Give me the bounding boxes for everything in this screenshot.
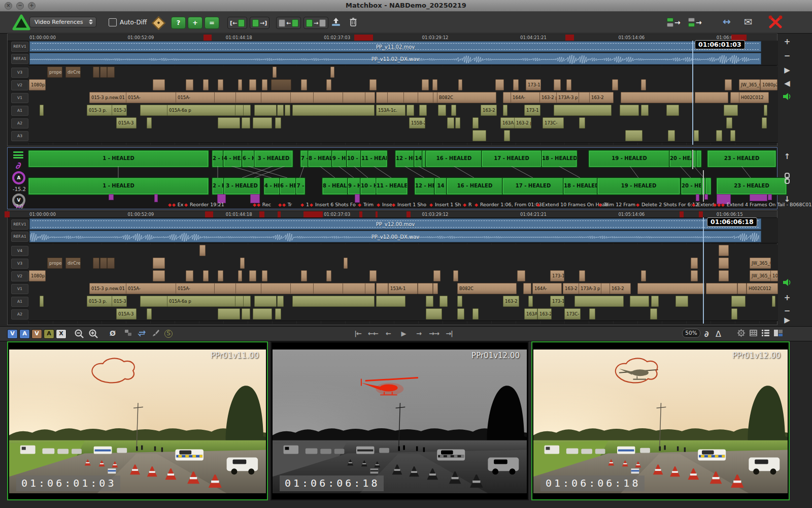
null-button[interactable]: Ø xyxy=(110,329,116,337)
diff-annotation[interactable]: ◆◆◆Extend 4 Frames On Tail - B068C012_ xyxy=(713,202,812,207)
timeline-clip[interactable] xyxy=(261,283,291,294)
timeline-clip[interactable] xyxy=(695,92,728,103)
delta-button[interactable]: Δ xyxy=(716,329,721,339)
diff-ruler-marker[interactable] xyxy=(259,211,264,217)
timeline-clip[interactable] xyxy=(243,296,251,307)
healed-clip-bottom[interactable]: 6 - HE xyxy=(280,178,296,195)
timeline-clip[interactable] xyxy=(641,79,646,90)
timeline-clip[interactable]: 173-1 xyxy=(526,79,541,90)
healed-clip-top[interactable]: 10 - HE xyxy=(347,150,361,167)
tl1-audio-button[interactable] xyxy=(782,92,793,104)
timeline-clip[interactable] xyxy=(472,308,479,320)
timeline-clip[interactable] xyxy=(554,105,612,116)
timeline-clip[interactable] xyxy=(100,67,107,78)
timeline-clip[interactable]: 163-2 p xyxy=(514,117,531,129)
timeline-clip[interactable] xyxy=(620,105,639,116)
timeline-clip[interactable] xyxy=(719,258,729,269)
tl2-audio-button[interactable] xyxy=(782,278,793,290)
timeline-clip[interactable]: 015A- xyxy=(176,92,215,103)
timeline-clip[interactable]: 155B-2 xyxy=(409,117,425,129)
timeline-clip[interactable] xyxy=(726,117,732,129)
timeline-clip[interactable] xyxy=(418,92,434,103)
healed-clip-bottom[interactable]: 16 - HEALED xyxy=(447,178,503,195)
timeline-clip[interactable] xyxy=(186,79,193,90)
gear-icon[interactable] xyxy=(737,329,746,337)
timeline-clip[interactable]: 015-3 p. xyxy=(87,105,113,116)
timeline-clip[interactable] xyxy=(140,296,167,307)
timeline-clip[interactable] xyxy=(243,105,251,116)
timeline-clip[interactable]: dirCred xyxy=(65,258,81,269)
timeline-clip[interactable]: 173A-3 p xyxy=(579,283,601,294)
timeline-clip[interactable] xyxy=(418,283,433,294)
timeline-clip[interactable]: 164A- xyxy=(532,283,562,294)
healed-clip-top[interactable]: 11 - HEALED xyxy=(361,150,387,167)
timeline-clip[interactable]: 015A-6a p xyxy=(167,296,236,307)
monitor-1[interactable]: PPr01v11.0001:06:01:03 xyxy=(7,341,268,500)
diff-annotation[interactable]: ◆1 xyxy=(300,202,309,207)
help-button[interactable]: ? xyxy=(171,17,186,29)
step-back-button[interactable]: ← xyxy=(382,329,395,338)
timeline-clip[interactable] xyxy=(574,296,624,307)
timeline-clip[interactable]: 015-3 p. xyxy=(87,296,113,307)
reference-audio-clip[interactable]: PP_v11.02_DX.wav xyxy=(29,53,761,65)
audio-diff-marker[interactable] xyxy=(768,194,772,200)
timeline-clip[interactable]: 163A- xyxy=(524,308,537,320)
export-bottom-button[interactable]: → xyxy=(686,17,704,28)
timeline-clip[interactable] xyxy=(504,130,510,141)
timeline-clip[interactable] xyxy=(93,67,99,78)
diff-ruler-marker[interactable] xyxy=(5,211,10,217)
diff-annotation[interactable]: ◆R xyxy=(463,202,472,207)
diff-annotation[interactable]: ◆Trim xyxy=(358,202,374,207)
timeline-clip[interactable] xyxy=(601,283,610,294)
diff-down-button[interactable]: ↓ xyxy=(782,194,793,205)
timeline-clip[interactable]: 163-2 xyxy=(481,105,497,116)
timeline-clip[interactable]: 153A-1 xyxy=(388,283,418,294)
diff-ruler-marker[interactable] xyxy=(354,35,373,41)
timeline-clip[interactable] xyxy=(513,79,519,90)
timeline-clip[interactable]: 163-2 p xyxy=(537,308,552,320)
healed-clip-top[interactable]: 20 - HEAL xyxy=(669,150,692,167)
timeline-clip[interactable] xyxy=(691,258,698,269)
timeline-clip[interactable] xyxy=(235,92,262,103)
timeline-clip[interactable] xyxy=(240,258,245,269)
timeline-clip[interactable] xyxy=(737,283,747,294)
playhead[interactable] xyxy=(692,41,693,145)
timeline-clip[interactable] xyxy=(218,79,223,90)
playhead[interactable] xyxy=(703,217,704,324)
timeline-clip[interactable] xyxy=(277,296,284,307)
timeline-clip[interactable]: JW_365_0 xyxy=(750,258,771,269)
diff-annotation[interactable]: ◆◆Tr xyxy=(278,202,292,207)
timeline-clip[interactable]: 015-3 xyxy=(112,105,127,116)
timeline-clip[interactable] xyxy=(140,105,167,116)
tl1-play-button[interactable]: ▶ xyxy=(782,65,793,76)
healed-clip-top[interactable]: 7 - xyxy=(300,150,309,167)
healed-clip-top[interactable]: 6 - HE xyxy=(242,150,254,167)
timeline-clip[interactable] xyxy=(403,92,419,103)
tl2-play-button[interactable]: ▶ xyxy=(782,315,793,326)
healed-clip-top[interactable]: 3 - HEALED xyxy=(254,150,293,167)
timeline-clip[interactable]: propert xyxy=(47,258,62,269)
timeline-clip[interactable] xyxy=(40,105,44,116)
timeline-clip[interactable]: 015A-6a p xyxy=(167,105,236,116)
healed-clip-bottom[interactable]: 23 - HEALED xyxy=(717,178,787,195)
timeline-clip[interactable] xyxy=(301,270,307,281)
track-visibility-button-4[interactable]: A xyxy=(44,329,54,339)
tl1-zoom-in-button[interactable]: + xyxy=(782,37,793,48)
timeline-clip[interactable]: 015A- xyxy=(126,92,177,103)
timeline-clip[interactable] xyxy=(153,270,165,281)
timeline-clip[interactable] xyxy=(238,270,242,281)
healed-clip-top[interactable]: 1 - HEALED xyxy=(28,150,209,167)
timeline-clip[interactable]: 1080p2 xyxy=(29,270,46,281)
healed-clip-top[interactable]: 14 xyxy=(414,150,423,167)
timeline-clip[interactable]: 163-2 p xyxy=(539,92,557,103)
timeline-clip[interactable] xyxy=(579,92,590,103)
monitor-3[interactable]: PPr01v12.0001:06:06:18 xyxy=(531,341,790,500)
timeline-clip[interactable] xyxy=(330,67,334,78)
timeline-clip[interactable]: 163-2 xyxy=(589,92,614,103)
healed-clip-bottom[interactable]: 20 - HEAL xyxy=(681,178,701,195)
timeline-clip[interactable]: 163-2 p xyxy=(563,283,579,294)
diff-annotation[interactable]: ◆Insert 1 Sh xyxy=(429,202,461,207)
timeline-clip[interactable] xyxy=(666,105,679,116)
healed-clip-top[interactable]: 9 - HEA xyxy=(332,150,347,167)
timeline-clip[interactable] xyxy=(651,296,659,307)
